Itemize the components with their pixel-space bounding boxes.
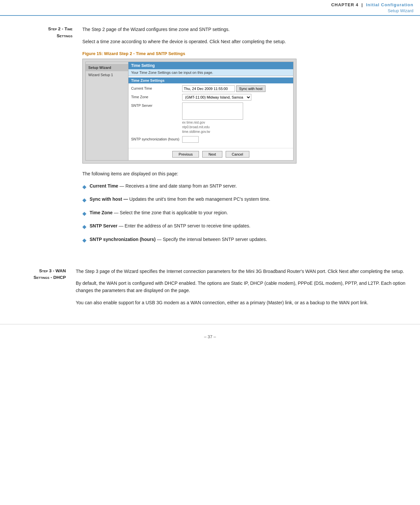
step2-intro1: The Step 2 page of the Wizard configures… [82, 26, 413, 33]
step3-section: Step 3 - WAN Settings - DHCP The Step 3 … [0, 268, 420, 311]
chapter-word: CHAPTER 4 [331, 2, 358, 7]
step2-heading-line1: Step 2 - Time [48, 26, 72, 31]
bullet-list: ◆ Current Time — Receives a time and dat… [82, 182, 413, 245]
bullet-text-5: SNTP synchronization (hours) — Specify t… [90, 236, 267, 243]
wizard-frame: Setup Wizard Wizard Setup 1 Time Setting… [82, 59, 296, 163]
sntp-server-input[interactable] [182, 103, 243, 120]
sidebar-item-setup-wizard[interactable]: Setup Wizard [86, 64, 128, 71]
bullet-term-1: Current Time [90, 183, 118, 189]
bullets-intro: The following items are displayed on thi… [82, 170, 413, 177]
next-button[interactable]: Next [202, 151, 222, 158]
wizard-section-desc: Your Time Zone Settings can be input on … [128, 69, 293, 76]
bullet-term-2: Sync with host — [90, 196, 128, 202]
current-time-value-group: Sync with host [182, 85, 266, 92]
main-content: Step 2 - Time Settings The Step 2 page o… [0, 16, 420, 257]
step3-heading-line1: Step 3 - WAN [39, 268, 66, 273]
timezone-value-group: (GMT-11:00) Midway Island, Samoa [182, 94, 251, 101]
current-time-row: Current Time Sync with host [131, 85, 291, 92]
wizard-nav-buttons: Previous Next Cancel [128, 148, 293, 160]
bullet-item-current-time: ◆ Current Time — Receives a time and dat… [82, 182, 413, 191]
sntp-note-line1: ex time.nist.gov [182, 121, 205, 124]
sntp-note-line2: ntp0.broad.mit.edu [182, 125, 210, 129]
bullet-desc-2: Updates the unit's time from the web man… [129, 196, 270, 202]
section2-label: Setup Wizard [331, 8, 413, 14]
sntp-hours-input[interactable] [182, 136, 199, 143]
figure-caption: Figure 15: Wizard Step 2 - Time and SNTP… [82, 51, 413, 56]
sync-with-host-button[interactable]: Sync with host [236, 85, 266, 92]
previous-button[interactable]: Previous [172, 151, 199, 158]
page-header: CHAPTER 4 | Initial Configuration Setup … [0, 0, 420, 16]
wizard-section-title: Time Setting [128, 62, 293, 69]
bullet-dash-1: — Receives a time and date stamp from an… [120, 183, 237, 189]
bullet-item-sntp-server: ◆ SNTP Server — Enter the address of an … [82, 222, 413, 231]
chapter-label: CHAPTER 4 | Initial Configuration [331, 2, 413, 8]
bullet-text-3: Time Zone — Select the time zone that is… [90, 209, 228, 216]
step2-heading: Step 2 - Time Settings [7, 26, 72, 39]
sntp-note-line3: time.stdtime.gov.tw [182, 130, 210, 134]
sidebar-item-wizard-setup1[interactable]: Wizard Setup 1 [86, 71, 128, 78]
bullet-text-2: Sync with host — Updates the unit's time… [90, 195, 270, 203]
bullet-text-4: SNTP Server — Enter the address of an SN… [90, 222, 250, 229]
right-column: The Step 2 page of the Wizard configures… [79, 26, 413, 251]
page-footer: – 37 – [0, 324, 420, 342]
bullet-term-4: SNTP Server [90, 223, 118, 228]
bullet-desc-5: — Specify the interval between SNTP serv… [157, 237, 267, 242]
bullet-diamond-4: ◆ [82, 223, 86, 231]
step3-para2: By default, the WAN port is configured w… [76, 280, 420, 294]
bullet-diamond-3: ◆ [82, 209, 86, 218]
sntp-note: ex time.nist.gov ntp0.broad.mit.edu time… [182, 120, 243, 134]
wizard-inner: Setup Wizard Wizard Setup 1 Time Setting… [85, 62, 294, 161]
bullet-desc-4: — Enter the address of an SNTP server to… [119, 223, 250, 228]
step2-intro2: Select a time zone according to where th… [82, 38, 413, 45]
sntp-server-row: SNTP Server ex time.nist.gov ntp0.broad.… [131, 103, 291, 134]
header-chapter-block: CHAPTER 4 | Initial Configuration Setup … [331, 2, 413, 14]
sntp-server-label: SNTP Server [131, 103, 182, 107]
step3-para3: You can also enable support for a USB 3G… [76, 299, 420, 306]
current-time-input[interactable] [182, 85, 235, 92]
current-time-label: Current Time [131, 85, 182, 90]
bullet-diamond-2: ◆ [82, 196, 86, 204]
sntp-hours-label: SNTP synchronization (hours) [131, 136, 182, 141]
step3-right-col: The Step 3 page of the Wizard specifies … [72, 268, 420, 311]
left-column: Step 2 - Time Settings [7, 26, 79, 251]
step2-heading-line2: Settings [57, 33, 72, 38]
sntp-hours-row: SNTP synchronization (hours) [131, 136, 291, 143]
bullet-term-5: SNTP synchronization (hours) [90, 237, 155, 242]
bullet-desc-3: — Select the time zone that is applicabl… [114, 210, 228, 215]
bullet-item-timezone: ◆ Time Zone — Select the time zone that … [82, 209, 413, 218]
timezone-label: Time Zone [131, 94, 182, 99]
bullet-diamond-5: ◆ [82, 236, 86, 245]
page-number: – 37 – [204, 334, 216, 339]
cancel-button[interactable]: Cancel [226, 151, 249, 158]
timezone-row: Time Zone (GMT-11:00) Midway Island, Sam… [131, 94, 291, 101]
bullet-item-sntp-hours: ◆ SNTP synchronization (hours) — Specify… [82, 236, 413, 245]
step3-heading: Step 3 - WAN Settings - DHCP [0, 268, 66, 281]
wizard-form: Current Time Sync with host Time Zone [128, 83, 293, 147]
step3-heading-line2: Settings - DHCP [34, 275, 66, 280]
timezone-select[interactable]: (GMT-11:00) Midway Island, Samoa [182, 94, 251, 101]
step3-para1: The Step 3 page of the Wizard specifies … [76, 268, 420, 275]
bullet-item-sync: ◆ Sync with host — Updates the unit's ti… [82, 195, 413, 204]
bullet-text-1: Current Time — Receives a time and date … [90, 182, 237, 190]
bullet-diamond-1: ◆ [82, 183, 86, 191]
wizard-main-area: Time Setting Your Time Zone Settings can… [128, 62, 293, 160]
wizard-zone-header: Time Zone Settings [128, 77, 293, 83]
wizard-sidebar: Setup Wizard Wizard Setup 1 [86, 62, 128, 160]
step3-left-col: Step 3 - WAN Settings - DHCP [0, 268, 72, 311]
bullet-term-3: Time Zone [90, 210, 113, 215]
section1-label: Initial Configuration [366, 2, 413, 7]
sntp-server-value-group: ex time.nist.gov ntp0.broad.mit.edu time… [182, 103, 243, 134]
sntp-hours-value-group [182, 136, 199, 143]
